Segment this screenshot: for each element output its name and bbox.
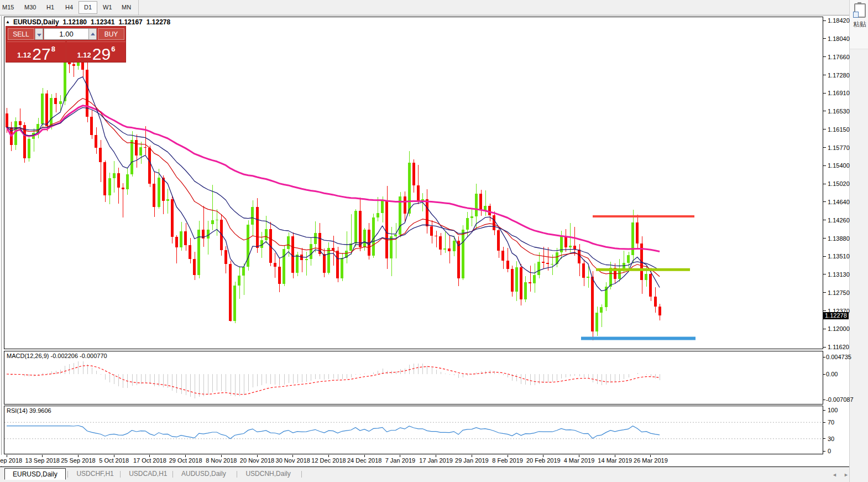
macd-tick (823, 374, 825, 375)
candle (189, 245, 191, 259)
date-label: 7 Jan 2019 (385, 457, 415, 464)
paste-icon (854, 3, 866, 18)
tab-scroll-right-button[interactable]: ► (844, 472, 849, 478)
candle (363, 230, 366, 247)
candle (180, 231, 182, 247)
candle (359, 211, 362, 247)
volume-input[interactable]: 1.00 (44, 28, 89, 40)
candle (529, 282, 531, 283)
tab-audusd-daily[interactable]: AUDUSD,Daily (174, 468, 234, 480)
candle (28, 139, 30, 158)
candle (6, 113, 8, 127)
candle (501, 251, 504, 260)
price-tick (823, 165, 826, 166)
candle (287, 236, 290, 249)
candle (587, 277, 589, 278)
candle (19, 121, 22, 125)
price-tick (823, 147, 826, 148)
candle (636, 222, 639, 243)
candle (108, 178, 111, 195)
date-label: 29 Oct 2018 (169, 457, 202, 464)
candle (300, 255, 303, 260)
price-axis-label: 1.13510 (828, 253, 850, 260)
candle (462, 230, 464, 278)
price-tick (823, 292, 826, 293)
tab-eurusd-daily[interactable]: EURUSD,Daily (4, 468, 66, 480)
candle (207, 230, 210, 239)
candle (493, 215, 495, 230)
tab-usdcad-h1[interactable]: USDCAD,H1 (121, 468, 175, 480)
sell-price-display[interactable]: 1.12278 (7, 42, 65, 62)
date-label: 17 Oct 2018 (133, 457, 166, 464)
candle (327, 248, 330, 272)
tab-scroll-left-button[interactable]: ◄ (832, 472, 837, 478)
candle (220, 220, 223, 250)
price-tick (823, 220, 826, 220)
quote-low: 1.12167 (118, 18, 142, 26)
price-axis-label: 1.16530 (828, 108, 850, 115)
tab-separator (172, 471, 173, 478)
collapse-arrow-icon[interactable]: ▲ (6, 19, 10, 24)
price-tick (823, 93, 826, 94)
candle (533, 275, 536, 283)
price-tick (823, 184, 826, 184)
sell-price-big: 27 (32, 46, 50, 62)
candle (582, 263, 585, 278)
price-tick (823, 20, 826, 21)
candle (448, 248, 451, 251)
candle (224, 250, 227, 264)
rsi-label: RSI(14) 39.9606 (7, 407, 51, 414)
price-tick (823, 329, 826, 329)
date-label: 29 Jan 2019 (455, 457, 489, 464)
candle (323, 254, 326, 273)
one-click-trading-widget: SELL 1.00 BUY 1.12278 1.12296 (6, 26, 126, 63)
tab-usdchf-h1[interactable]: USDCHF,H1 (69, 468, 121, 480)
candle (404, 196, 406, 213)
date-label: 12 Dec 2018 (311, 457, 346, 464)
buy-price-display[interactable]: 1.12296 (67, 42, 126, 62)
candle (520, 267, 522, 299)
candle (166, 199, 169, 201)
candle (59, 101, 62, 104)
candle (283, 249, 285, 284)
date-label: 26 Mar 2019 (634, 457, 668, 464)
candles (6, 40, 661, 340)
candle (600, 307, 603, 313)
candle (229, 264, 232, 321)
tab-usdcnh-daily[interactable]: USDCNH,Daily (238, 468, 298, 480)
candle (41, 94, 44, 124)
price-axis-label: 1.16150 (828, 126, 850, 133)
rsi-axis-label: 30 (828, 436, 834, 442)
candle (470, 216, 473, 218)
candle (649, 274, 652, 297)
rsi-axis-label: 70 (828, 419, 834, 426)
price-tick (823, 310, 826, 311)
right-app-strip: 粘贴 (849, 0, 868, 482)
price-tick (823, 347, 826, 348)
volume-up-button[interactable] (88, 28, 97, 40)
candle (443, 248, 446, 250)
candle (113, 173, 116, 179)
volume-down-button[interactable] (35, 28, 43, 40)
price-tick (823, 111, 826, 111)
sell-button[interactable]: SELL (8, 28, 34, 40)
buy-button[interactable]: BUY (98, 28, 124, 40)
price-axis-label: 1.13880 (828, 235, 850, 242)
price-axis-label: 1.14640 (828, 199, 850, 205)
candle (417, 185, 420, 200)
candle (233, 286, 236, 321)
paste-button[interactable]: 粘贴 (850, 0, 868, 49)
price-axis-label: 1.12370 (828, 308, 850, 314)
candle (341, 258, 343, 278)
price-axis-label: 1.15770 (828, 144, 850, 151)
tab-separator (301, 471, 302, 478)
macd-axis-label: 0.00 (826, 371, 838, 377)
date-label: 20 Feb 2019 (526, 457, 561, 464)
macd-tick (823, 400, 825, 400)
price-tick (823, 75, 826, 75)
candle (506, 261, 509, 269)
candle (251, 207, 254, 225)
date-label: 5 Oct 2018 (99, 457, 129, 464)
mt4-window: M15M30H1H4D1W1MN ▲EURUSD,Daily1.121801.1… (0, 0, 868, 482)
candle (130, 140, 133, 174)
